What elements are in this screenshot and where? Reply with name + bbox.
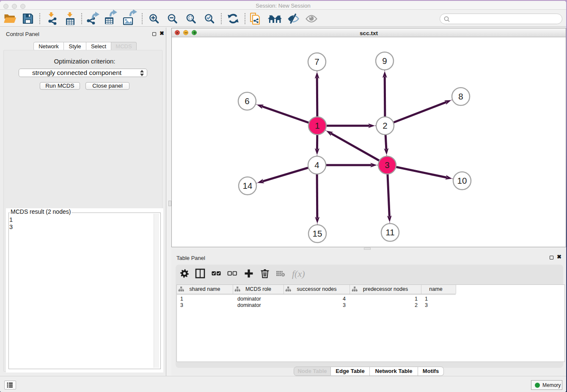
svg-text:8: 8: [458, 91, 463, 101]
svg-text:11: 11: [385, 227, 394, 237]
svg-text:2: 2: [383, 121, 387, 130]
svg-text:f(x): f(x): [292, 268, 305, 279]
svg-text:3: 3: [385, 160, 389, 170]
svg-text:10: 10: [457, 176, 467, 185]
svg-text:1: 1: [315, 121, 319, 130]
svg-text:15: 15: [313, 229, 322, 238]
svg-text:7: 7: [314, 57, 319, 66]
svg-text:14: 14: [243, 181, 253, 190]
svg-text:6: 6: [245, 96, 249, 106]
svg-text:9: 9: [382, 56, 387, 66]
svg-text:4: 4: [314, 160, 319, 170]
